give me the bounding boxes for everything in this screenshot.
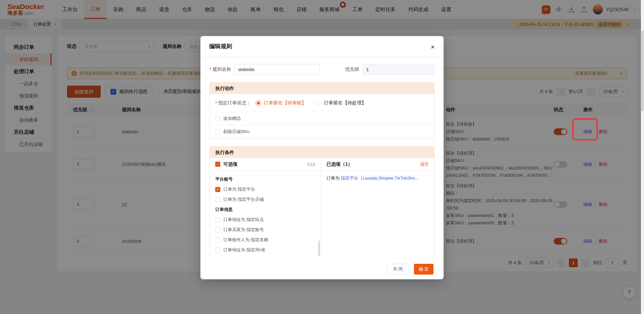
condition-panel: 执行条件 − 可选项 1/15 平台账号 ✓ 订单为 指定平台 [210,146,434,259]
radio-pending-review[interactable] [256,100,261,106]
priority-label: 优先级 [345,66,359,72]
radio-pending-review-label[interactable]: 订单留在【待审核】 [264,100,306,106]
dialog-close-button[interactable]: 关 闭 [387,264,409,275]
group-platform-account: 平台账号 [215,174,315,184]
gift-checkbox[interactable] [215,116,220,121]
action-panel-title: 执行动作 [210,83,434,94]
dialog-close-icon[interactable]: ✕ [430,44,435,50]
required-asterisk: * [210,67,211,72]
rule-name-label: 规则名称 [212,66,231,72]
required-asterisk: * [215,100,217,106]
remove-sku-checkbox-row: 剔除店铺SKU [210,125,434,138]
radio-pending-process[interactable] [316,100,321,106]
selected-platform-link[interactable]: 指定平台（Lazada,Shopee,TikTokSho... [341,176,419,181]
dialog-title: 编辑规则 [209,42,232,50]
page-scrollbar[interactable] [641,0,644,314]
scrollbar-thumb[interactable] [641,30,644,111]
dialog-body: * 规则名称 优先级 执行动作 * 指定订单状态： 订单留在【待审核】 订单留在… [200,57,444,259]
optional-count: 1/15 [307,162,315,167]
edit-rule-dialog: 编辑规则 ✕ * 规则名称 优先级 执行动作 * 指定订单状态： 订单留在【待审… [200,36,444,279]
condition-option[interactable]: 订单地址为 指定站点 [215,215,315,225]
clear-selected-link[interactable]: 清空 [420,161,429,167]
order-status-row: * 指定订单状态： 订单留在【待审核】 订单留在【待处理】 [210,94,434,112]
gift-checkbox-label[interactable]: 追加赠品 [223,116,241,122]
radio-pending-process-label[interactable]: 订单留在【待处理】 [324,100,366,106]
checked-checkbox[interactable]: ✓ [215,187,220,192]
condition-option[interactable]: 订单收件人为 指定名称 [215,235,315,245]
dialog-header: 编辑规则 [200,36,444,57]
optional-conditions-column: − 可选项 1/15 平台账号 ✓ 订单为 指定平台 [210,158,321,259]
dialog-footer: 关 闭 确 定 [200,259,444,279]
priority-input[interactable] [362,64,434,75]
gift-checkbox-row: 追加赠品 [210,112,434,125]
selected-label: 已选项（1） [326,161,353,167]
unchecked-checkbox[interactable] [215,238,220,243]
condition-option[interactable]: 订单买家为 指定账号 [215,225,315,235]
unchecked-checkbox[interactable] [215,217,220,222]
dialog-confirm-button[interactable]: 确 定 [414,264,433,275]
unchecked-checkbox[interactable] [215,248,220,253]
selected-conditions-column: 已选项（1） 清空 订单为 指定平台（Lazada,Shopee,TikTokS… [321,158,434,259]
selected-condition-item: 订单为 指定平台（Lazada,Shopee,TikTokSho... [321,171,434,186]
optional-label: 可选项 [223,161,237,167]
action-panel: 执行动作 * 指定订单状态： 订单留在【待审核】 订单留在【待处理】 追加赠品 [210,82,434,139]
order-status-label: 指定订单状态： [218,100,251,106]
unchecked-checkbox[interactable] [215,227,220,232]
list-scrollbar-thumb[interactable] [318,241,320,256]
rule-form-row: * 规则名称 优先级 [210,64,434,75]
condition-option[interactable]: 订单为 指定平台店铺 [215,194,315,205]
unchecked-checkbox[interactable] [215,197,220,202]
condition-option[interactable]: ✓ 订单为 指定平台 [215,184,315,194]
app-screen: SeaDocker 海多客.com 工作台 订单 采购 商品 退货 仓库 物流 … [0,0,644,314]
remove-sku-checkbox-label[interactable]: 剔除店铺SKU [223,129,250,135]
condition-panel-title: 执行条件 [210,147,434,158]
condition-option[interactable]: 订单地址为 指定州/省 [215,245,315,255]
remove-sku-checkbox[interactable] [215,129,220,134]
rule-name-input[interactable] [234,64,320,75]
select-all-indeterminate-checkbox[interactable]: − [215,162,220,167]
group-order-info: 订单信息 [215,205,315,215]
edit-link-highlight-annotation [572,118,598,140]
